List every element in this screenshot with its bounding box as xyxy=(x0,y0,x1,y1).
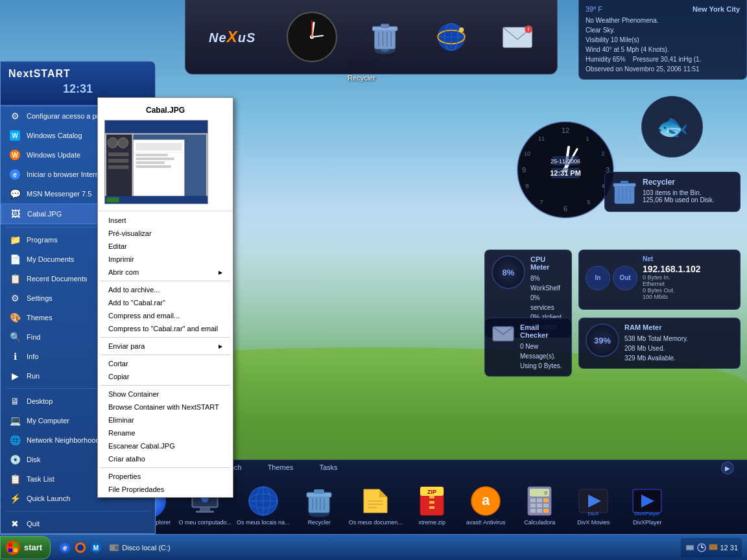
dock-nav-right[interactable]: ▶ xyxy=(721,461,734,474)
context-menu-title: Cabal.JPG xyxy=(104,106,226,115)
context-preview-image xyxy=(104,120,208,204)
svg-rect-73 xyxy=(136,158,174,160)
find-icon: 🔍 xyxy=(8,331,21,344)
svg-rect-66 xyxy=(105,121,208,134)
dock-xtreme-zip[interactable]: ZIP xtreme.zip xyxy=(408,484,456,526)
recycler-widget-title: Recycler xyxy=(643,178,715,187)
dock-divx-player[interactable]: DivXPlayer DivXPlayer xyxy=(623,484,672,526)
context-pre-visualizar[interactable]: Pré-visualizar xyxy=(98,227,233,240)
taskbar-ie-icon[interactable]: e xyxy=(58,541,71,554)
recycler-items: 103 items in the Bin. xyxy=(643,189,715,196)
svg-text:12: 12 xyxy=(562,126,569,134)
svg-point-147 xyxy=(116,546,118,548)
context-cortar[interactable]: Cortar xyxy=(98,357,233,370)
svg-rect-72 xyxy=(136,154,167,156)
svg-point-76 xyxy=(108,137,118,148)
disk-icon: 💿 xyxy=(8,453,21,466)
msn-icon: 💬 xyxy=(8,187,21,200)
nexus-dock: NeXuS xyxy=(185,0,558,75)
svg-rect-53 xyxy=(621,181,628,184)
my-computer-label: O meu computado... xyxy=(179,519,232,526)
taskbar-firefox-icon[interactable] xyxy=(74,541,87,554)
divx-player-icon: DivXPlayer xyxy=(630,484,664,518)
context-imprimir[interactable]: Imprimir xyxy=(98,253,233,266)
svg-text:2: 2 xyxy=(601,150,604,157)
dock-calc[interactable]: 0 Calculadora xyxy=(516,484,564,526)
context-menu: Cabal.JPG xyxy=(97,97,233,498)
svg-text:8: 8 xyxy=(525,183,528,189)
drive-label: Disco local (C:) xyxy=(122,544,171,552)
tray-icon-2 xyxy=(696,542,707,553)
ram-dial: 39% xyxy=(586,323,619,357)
svg-rect-139 xyxy=(8,548,12,552)
windows-logo xyxy=(6,541,20,555)
svg-text:10: 10 xyxy=(524,150,530,157)
taskbar-msn-icon[interactable]: M xyxy=(89,541,102,554)
dock-tab-tasks[interactable]: Tasks xyxy=(306,462,350,474)
start-button[interactable]: start xyxy=(0,536,51,559)
dock-my-places[interactable]: Os meus locais na... xyxy=(237,484,290,526)
context-rename[interactable]: Rename xyxy=(98,426,233,439)
dock-avast[interactable]: a avast! Antivirus xyxy=(462,484,510,526)
svg-rect-8 xyxy=(381,24,389,28)
net-type: Ethernet xyxy=(643,281,733,287)
dock-tab-themes[interactable]: Themes xyxy=(255,462,307,474)
zip-label: xtreme.zip xyxy=(418,519,445,526)
email-widget: Email Checker 0 New Message(s). Using 0 … xyxy=(484,318,572,377)
programs-icon: 📁 xyxy=(8,233,21,246)
context-compress-cabal-email[interactable]: Compress to "Cabal.rar" and email xyxy=(98,322,233,335)
context-show-container[interactable]: Show Container xyxy=(98,388,233,401)
context-add-cabal-rar[interactable]: Add to "Cabal.rar" xyxy=(98,296,233,309)
tray-icon-1 xyxy=(685,542,695,553)
context-browse-container[interactable]: Browse Container with NextSTART xyxy=(98,401,233,414)
context-criar-atalho[interactable]: Criar atalho xyxy=(98,452,233,465)
context-editar[interactable]: Editar xyxy=(98,240,233,253)
context-sep5 xyxy=(101,467,230,468)
svg-text:DivXPlayer: DivXPlayer xyxy=(634,511,660,517)
dock-recycler[interactable]: Recycler xyxy=(295,484,344,526)
svg-point-142 xyxy=(77,544,84,551)
context-file-propriedades[interactable]: File Propriedades xyxy=(98,483,233,496)
svg-text:5: 5 xyxy=(587,199,590,205)
context-abrir-com[interactable]: Abrir com xyxy=(98,266,233,279)
recycler-dock-icon xyxy=(302,484,336,518)
svg-rect-122 xyxy=(537,498,542,502)
drive-icon xyxy=(109,542,119,553)
start-label: start xyxy=(24,542,42,552)
info-icon: ℹ xyxy=(8,350,21,363)
context-compress-email[interactable]: Compress and email... xyxy=(98,309,233,322)
start-menu-title: NextSTART xyxy=(8,68,147,80)
dock-my-docs[interactable]: Os meus documen... xyxy=(349,484,403,526)
context-sep3 xyxy=(101,355,230,355)
dock-globe[interactable] xyxy=(432,18,471,56)
context-properties[interactable]: Properties xyxy=(98,470,233,483)
net-bytes-in: 0 Bytes In. xyxy=(643,274,733,281)
svg-rect-138 xyxy=(14,543,18,547)
svg-rect-105 xyxy=(314,489,324,494)
context-eliminar[interactable]: Eliminar xyxy=(98,414,233,426)
browser-icon: e xyxy=(8,168,21,181)
context-escanear[interactable]: Escanear Cabal.JPG xyxy=(98,439,233,452)
my-computer-icon: 💻 xyxy=(8,414,21,427)
context-add-archive[interactable]: Add to archive... xyxy=(98,283,233,296)
svg-rect-121 xyxy=(530,498,536,502)
email-title: Email Checker xyxy=(520,323,565,339)
svg-text:W: W xyxy=(12,132,18,139)
svg-rect-137 xyxy=(8,543,12,547)
svg-point-19 xyxy=(459,27,464,32)
svg-rect-125 xyxy=(537,504,542,508)
context-enviar-para[interactable]: Enviar para xyxy=(98,340,233,353)
start-menu-quit[interactable]: ✖ Quit xyxy=(1,514,155,533)
context-insert[interactable]: Insert xyxy=(98,214,233,227)
dock-recycler-top[interactable] xyxy=(366,18,405,56)
svg-rect-75 xyxy=(136,165,171,168)
taskbar-drive[interactable]: Disco local (C:) xyxy=(109,542,171,553)
context-copiar[interactable]: Copiar xyxy=(98,370,233,383)
svg-rect-127 xyxy=(530,509,536,513)
dock-mail[interactable]: ! xyxy=(498,18,537,56)
my-docs-icon xyxy=(359,484,392,518)
nexus-logo: NeXuS xyxy=(206,28,259,46)
settings-icon: ⚙ xyxy=(8,292,21,305)
divx-player-label: DivXPlayer xyxy=(633,519,662,526)
dock-divx-movies[interactable]: DivX DivX Movies xyxy=(569,484,618,526)
